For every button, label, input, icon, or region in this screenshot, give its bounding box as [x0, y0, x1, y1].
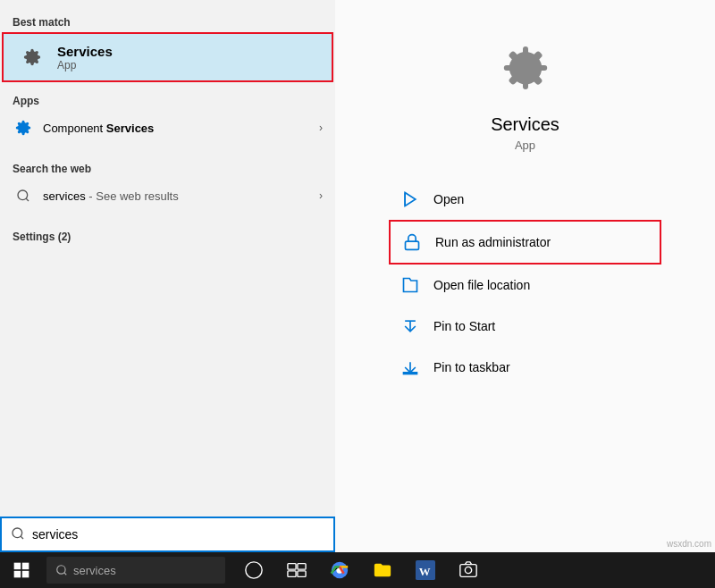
- detail-subtitle: App: [515, 139, 535, 152]
- svg-rect-21: [298, 571, 306, 576]
- svg-point-27: [465, 567, 471, 573]
- taskbar-chrome-icon[interactable]: [320, 552, 359, 588]
- taskbar-search-text: services: [73, 564, 116, 577]
- web-search-icon: [13, 185, 34, 206]
- taskbar-photos-icon[interactable]: [449, 552, 488, 588]
- detail-app-icon: [493, 36, 558, 100]
- action-open-file-location[interactable]: Open file location: [389, 265, 661, 306]
- watermark: wsxdn.com: [667, 539, 711, 549]
- action-pin-taskbar-label: Pin to taskbar: [433, 360, 510, 374]
- component-label-bold: Services: [106, 122, 155, 135]
- settings-label: Settings (2): [0, 223, 335, 247]
- taskbar-file-explorer-icon[interactable]: [363, 552, 402, 588]
- open-icon: [398, 187, 423, 212]
- svg-point-2: [13, 528, 22, 538]
- svg-point-0: [18, 190, 28, 200]
- web-section: Search the web services - See web result…: [0, 150, 335, 218]
- svg-line-3: [21, 536, 23, 539]
- action-run-as-admin-label: Run as administrator: [435, 235, 551, 249]
- web-search-text: services: [43, 189, 86, 203]
- web-section-label: Search the web: [0, 155, 335, 179]
- taskbar: services: [0, 552, 715, 588]
- taskbar-search-box[interactable]: services: [46, 557, 225, 584]
- settings-section: Settings (2): [0, 218, 335, 252]
- svg-point-17: [246, 562, 262, 578]
- svg-rect-18: [288, 564, 296, 569]
- svg-rect-12: [22, 563, 29, 570]
- search-input[interactable]: [32, 527, 324, 542]
- web-chevron-icon: ›: [319, 189, 323, 202]
- detail-actions: Open Run as administrator Open file loca…: [335, 179, 715, 388]
- action-pin-start-label: Pin to Start: [433, 319, 495, 333]
- svg-line-1: [26, 198, 29, 201]
- svg-rect-11: [14, 563, 21, 570]
- detail-panel: Services App Open Run as administrator: [335, 0, 715, 552]
- services-app-icon: [16, 41, 48, 73]
- svg-rect-13: [14, 571, 21, 578]
- chevron-right-icon: ›: [319, 122, 323, 134]
- web-search-label: services - See web results: [43, 189, 319, 203]
- component-label-part1: Component: [43, 122, 106, 135]
- search-bar-icon: [11, 526, 25, 543]
- start-menu: Best match Services App Apps: [0, 0, 335, 552]
- svg-rect-14: [22, 571, 29, 578]
- svg-line-16: [64, 573, 67, 575]
- action-open-label: Open: [433, 192, 464, 206]
- svg-rect-19: [298, 564, 306, 569]
- action-file-location-label: Open file location: [433, 278, 530, 292]
- detail-title: Services: [491, 114, 559, 135]
- svg-rect-6: [406, 241, 419, 249]
- component-services-icon: [13, 117, 34, 139]
- best-match-title: Services: [57, 44, 113, 59]
- search-bar[interactable]: [0, 517, 335, 552]
- svg-rect-26: [460, 565, 476, 577]
- action-pin-taskbar[interactable]: Pin to taskbar: [389, 347, 661, 388]
- admin-icon: [400, 230, 425, 255]
- apps-section: Apps Component Services ›: [0, 82, 335, 150]
- svg-text:W: W: [419, 566, 431, 578]
- search-results-panel: Best match Services App Apps: [0, 0, 335, 517]
- best-match-subtitle: App: [57, 59, 113, 71]
- best-match-label: Best match: [0, 9, 335, 32]
- web-search-item[interactable]: services - See web results ›: [0, 179, 335, 213]
- svg-rect-20: [288, 571, 296, 576]
- pin-start-icon: [398, 314, 423, 339]
- action-open[interactable]: Open: [389, 179, 661, 220]
- taskbar-task-view-icon[interactable]: [277, 552, 316, 588]
- taskbar-cortana-icon[interactable]: [234, 552, 273, 588]
- taskbar-word-icon[interactable]: W: [406, 552, 445, 588]
- best-match-text: Services App: [57, 44, 113, 71]
- best-match-item[interactable]: Services App: [2, 32, 333, 82]
- action-pin-start[interactable]: Pin to Start: [389, 306, 661, 347]
- pin-taskbar-icon: [398, 355, 423, 380]
- file-location-icon: [398, 273, 423, 298]
- component-services-label: Component Services: [43, 122, 319, 135]
- web-search-subtext: - See web results: [86, 189, 179, 203]
- apps-label: Apps: [0, 88, 335, 111]
- taskbar-app-icons: W: [234, 552, 488, 588]
- action-run-as-admin[interactable]: Run as administrator: [389, 220, 661, 265]
- component-services-item[interactable]: Component Services ›: [0, 111, 335, 145]
- windows-start-button[interactable]: [0, 552, 43, 588]
- svg-rect-10: [404, 373, 417, 374]
- svg-point-15: [57, 566, 65, 574]
